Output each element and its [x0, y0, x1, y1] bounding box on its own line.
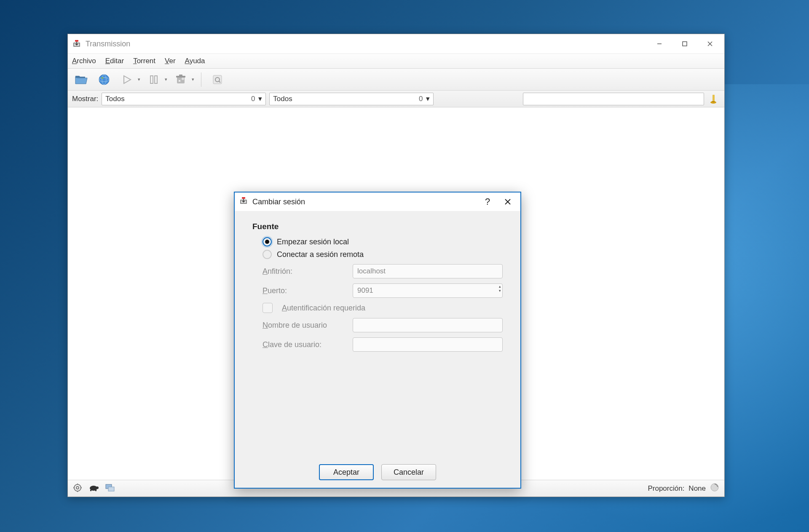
remove-button[interactable]	[171, 72, 190, 88]
window-title: Transmission	[86, 40, 130, 48]
search-input[interactable]	[523, 93, 704, 105]
play-dropdown-icon[interactable]: ▾	[138, 77, 140, 82]
filter-tracker-value: Todos	[273, 95, 419, 103]
svg-rect-19	[713, 95, 715, 102]
properties-button[interactable]	[208, 72, 227, 88]
svg-rect-10	[150, 76, 153, 83]
accept-button[interactable]: Aceptar	[319, 464, 374, 480]
filter-label: Mostrar:	[72, 95, 98, 103]
globe-button[interactable]	[95, 72, 113, 88]
port-input[interactable]	[353, 283, 503, 298]
dialog-app-icon	[239, 196, 248, 208]
pause-dropdown-icon[interactable]: ▾	[165, 77, 167, 82]
menubar: Archivo Editar Torrent Ver Ayuda	[68, 53, 724, 69]
filter-tracker-count: 0	[419, 95, 423, 103]
svg-rect-4	[683, 42, 687, 46]
change-session-dialog: Cambiar sesión ? Fuente Empezar sesión l…	[234, 192, 521, 489]
svg-point-7	[99, 75, 109, 85]
menu-editar[interactable]: Editar	[105, 57, 124, 65]
dialog-body: Fuente Empezar sesión local Conectar a s…	[235, 211, 520, 365]
pause-button[interactable]	[145, 72, 163, 88]
password-label: Clave de usuario:	[263, 340, 347, 349]
chevron-down-icon: ▾	[258, 94, 262, 103]
dialog-close-button[interactable]	[498, 193, 518, 210]
ratio-value: None	[688, 484, 706, 493]
svg-rect-29	[90, 490, 91, 491]
maximize-button[interactable]	[672, 35, 697, 52]
spinner-buttons[interactable]: ▴▾	[499, 285, 501, 293]
username-label: Nombre de usuario	[263, 321, 347, 330]
svg-rect-11	[155, 76, 157, 83]
auth-label: Autentificación requerida	[282, 304, 365, 313]
username-input[interactable]	[353, 318, 503, 332]
svg-rect-14	[179, 75, 182, 76]
section-source: Fuente	[252, 222, 503, 231]
svg-rect-2	[75, 40, 78, 42]
password-input[interactable]	[353, 337, 503, 352]
radio-local-session[interactable]: Empezar sesión local	[263, 237, 503, 246]
help-button[interactable]: ?	[477, 193, 498, 210]
filter-tracker-select[interactable]: Todos 0 ▾	[269, 93, 434, 105]
dialog-buttons: Aceptar Cancelar	[235, 464, 520, 480]
toolbar-separator	[201, 72, 201, 87]
svg-point-21	[74, 484, 81, 491]
dialog-title: Cambiar sesión	[252, 198, 305, 206]
host-label: Anfitrión:	[263, 267, 347, 276]
open-button[interactable]	[72, 72, 91, 88]
filter-status-select[interactable]: Todos 0 ▾	[102, 93, 266, 105]
svg-rect-30	[95, 490, 96, 491]
remove-dropdown-icon[interactable]: ▾	[192, 77, 194, 82]
svg-rect-32	[108, 487, 114, 491]
close-button[interactable]	[697, 35, 723, 52]
svg-rect-36	[242, 197, 245, 199]
menu-ver[interactable]: Ver	[165, 57, 176, 65]
radio-remote-session[interactable]: Conectar a sesión remota	[263, 250, 503, 259]
chevron-down-icon: ▾	[426, 94, 430, 103]
svg-point-28	[96, 487, 99, 489]
dialog-titlebar: Cambiar sesión ?	[235, 192, 520, 211]
menu-torrent[interactable]: Torrent	[133, 57, 155, 65]
auth-checkbox[interactable]	[263, 303, 273, 313]
filter-bar: Mostrar: Todos 0 ▾ Todos 0 ▾	[68, 91, 724, 107]
port-label: Puerto:	[263, 286, 347, 295]
toolbar: ▾ ▾ ▾	[68, 69, 724, 91]
network-icon[interactable]	[105, 483, 115, 494]
ratio-label: Proporción:	[648, 484, 684, 493]
titlebar: Transmission	[68, 34, 724, 53]
menu-archivo[interactable]: Archivo	[72, 57, 96, 65]
svg-point-33	[711, 484, 718, 491]
cancel-button[interactable]: Cancelar	[381, 464, 436, 480]
minimize-button[interactable]	[647, 35, 672, 52]
menu-ayuda[interactable]: Ayuda	[185, 57, 205, 65]
play-button[interactable]	[118, 72, 136, 88]
svg-point-22	[76, 487, 79, 489]
turtle-icon[interactable]	[88, 484, 99, 493]
stats-icon[interactable]	[710, 483, 719, 494]
settings-icon[interactable]	[73, 483, 82, 494]
radio-icon	[263, 250, 272, 259]
host-input[interactable]	[353, 264, 503, 278]
radio-icon	[263, 237, 272, 246]
filter-status-count: 0	[251, 95, 255, 103]
svg-point-15	[182, 78, 184, 80]
clear-search-button[interactable]	[707, 93, 720, 105]
app-icon	[72, 39, 81, 48]
filter-status-value: Todos	[105, 95, 251, 103]
